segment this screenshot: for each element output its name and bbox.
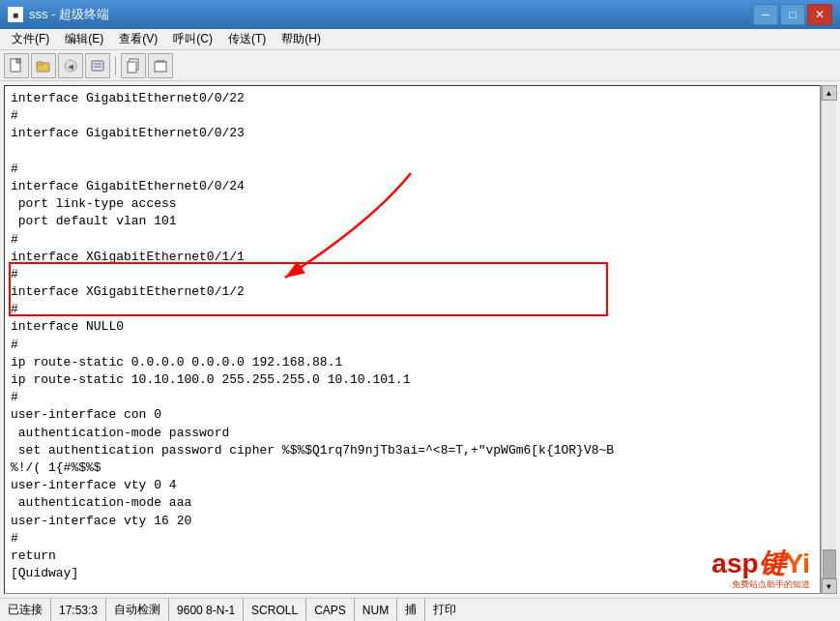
- toolbar-properties[interactable]: [85, 53, 110, 78]
- svg-rect-12: [155, 62, 166, 72]
- status-time: 17:53:3: [51, 599, 106, 621]
- menu-edit[interactable]: 编辑(E): [57, 29, 111, 49]
- terminal-area[interactable]: interface GigabitEthernet0/0/22 # interf…: [4, 85, 821, 594]
- toolbar-copy[interactable]: [121, 53, 146, 78]
- toolbar-separator-1: [115, 56, 116, 75]
- title-controls: ─ □ ✕: [753, 4, 832, 25]
- title-bar-left: ■ sss - 超级终端: [8, 6, 109, 23]
- toolbar-new[interactable]: [4, 53, 29, 78]
- svg-rect-6: [92, 61, 103, 71]
- status-baud: 9600 8-N-1: [169, 599, 244, 621]
- toolbar-back[interactable]: ◀: [58, 53, 83, 78]
- menu-call[interactable]: 呼叫(C): [165, 29, 220, 49]
- minimize-button[interactable]: ─: [753, 4, 778, 25]
- toolbar-open[interactable]: [31, 53, 56, 78]
- scroll-track[interactable]: [822, 101, 836, 578]
- svg-rect-3: [37, 62, 43, 65]
- scroll-thumb[interactable]: [823, 549, 836, 578]
- close-button[interactable]: ✕: [807, 4, 832, 25]
- window-title: sss - 超级终端: [29, 6, 109, 23]
- title-bar: ■ sss - 超级终端 ─ □ ✕: [0, 0, 840, 29]
- status-caps: CAPS: [306, 599, 355, 621]
- status-num: NUM: [355, 599, 397, 621]
- maximize-button[interactable]: □: [780, 4, 805, 25]
- menu-help[interactable]: 帮助(H): [274, 29, 329, 49]
- menu-file[interactable]: 文件(F): [4, 29, 57, 49]
- menu-view[interactable]: 查看(V): [111, 29, 165, 49]
- status-bar: 已连接 17:53:3 自动检测 9600 8-N-1 SCROLL CAPS …: [0, 598, 840, 621]
- status-capture: 捕: [397, 599, 425, 621]
- scroll-up[interactable]: ▲: [822, 85, 837, 101]
- status-print: 打印: [425, 599, 464, 621]
- svg-text:◀: ◀: [68, 62, 73, 73]
- status-mode: 自动检测: [106, 599, 169, 621]
- toolbar-paste[interactable]: [148, 53, 173, 78]
- svg-rect-10: [128, 62, 136, 73]
- menu-bar: 文件(F) 编辑(E) 查看(V) 呼叫(C) 传送(T) 帮助(H): [0, 29, 840, 50]
- status-scroll: SCROLL: [244, 599, 306, 621]
- highlight-anchor: # ip route-static 0.0.0.0 0.0.0.0 192.16…: [11, 337, 410, 407]
- vertical-scrollbar[interactable]: ▲ ▼: [821, 85, 836, 594]
- terminal-wrapper: interface GigabitEthernet0/0/22 # interf…: [0, 81, 840, 598]
- scroll-down[interactable]: ▼: [822, 578, 837, 594]
- menu-transfer[interactable]: 传送(T): [220, 29, 274, 49]
- app-icon: ■: [8, 7, 23, 22]
- status-connection: 已连接: [0, 599, 51, 621]
- toolbar: ◀: [0, 50, 840, 81]
- terminal-content: interface GigabitEthernet0/0/22 # interf…: [11, 90, 814, 582]
- svg-rect-1: [16, 59, 20, 63]
